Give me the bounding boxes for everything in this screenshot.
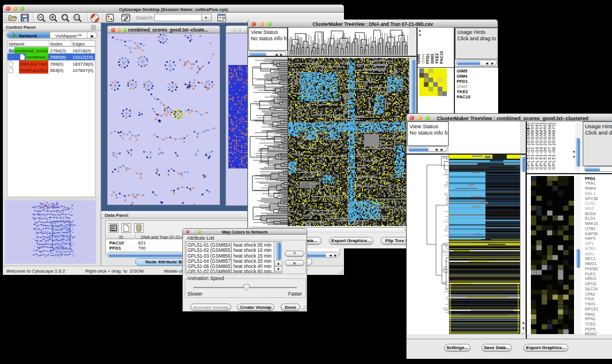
- svg-text:1:1: 1:1: [75, 16, 79, 19]
